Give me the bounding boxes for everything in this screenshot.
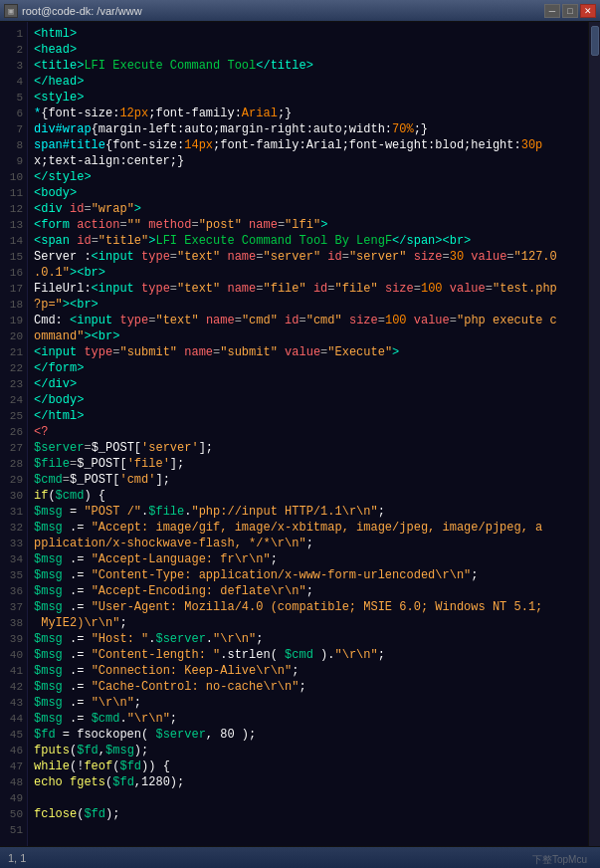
window-controls: ─ □ ✕ xyxy=(544,4,596,18)
code-content[interactable]: <html> <head> <title>LFI Execute Command… xyxy=(28,22,588,846)
line-numbers: 12345 678910 1112131415 1617181920 21222… xyxy=(0,22,28,846)
window-title: root@code-dk: /var/www xyxy=(22,5,142,17)
cursor-position: 1, 1 xyxy=(8,852,26,864)
close-button[interactable]: ✕ xyxy=(580,4,596,18)
title-bar: ▣ root@code-dk: /var/www ─ □ ✕ xyxy=(0,0,600,22)
minimize-button[interactable]: ─ xyxy=(544,4,560,18)
logo-text: 下整TopMcu xyxy=(532,849,592,867)
editor-container: 12345 678910 1112131415 1617181920 21222… xyxy=(0,22,600,846)
scroll-thumb[interactable] xyxy=(591,26,599,56)
maximize-button[interactable]: □ xyxy=(562,4,578,18)
app-icon: ▣ xyxy=(4,4,18,18)
status-bar: 1, 1 下整TopMcu xyxy=(0,846,600,868)
title-bar-left: ▣ root@code-dk: /var/www xyxy=(4,4,142,18)
scrollbar[interactable] xyxy=(588,22,600,846)
svg-text:下整TopMcu: 下整TopMcu xyxy=(532,854,587,865)
